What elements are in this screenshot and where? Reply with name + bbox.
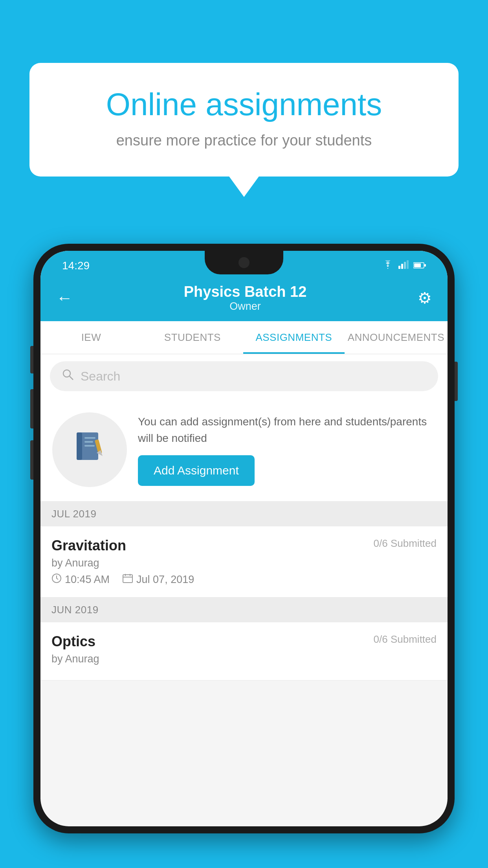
svg-rect-6 [414,263,421,267]
section-jun-2019: JUN 2019 [40,598,448,622]
search-icon [62,368,74,384]
speech-bubble: Online assignments ensure more practice … [29,63,459,177]
svg-rect-12 [84,441,93,443]
add-assignment-button[interactable]: Add Assignment [138,455,255,486]
assignment-gravitation[interactable]: Gravitation 0/6 Submitted by Anurag [40,526,448,598]
svg-rect-0 [398,266,400,269]
svg-rect-10 [77,432,82,460]
search-container: Search [40,354,448,398]
camera-notch [238,257,250,268]
volume-mute-button [30,346,33,373]
tabs-bar: IEW STUDENTS ASSIGNMENTS ANNOUNCEMENTS [40,321,448,354]
svg-rect-11 [84,437,95,439]
tab-announcements[interactable]: ANNOUNCEMENTS [345,321,448,354]
notebook-icon [72,428,107,471]
battery-icon [413,260,426,271]
speech-bubble-container: Online assignments ensure more practice … [29,63,459,177]
empty-icon-circle [52,412,127,487]
assignment-by-optics: by Anurag [51,653,437,665]
svg-rect-13 [84,445,95,447]
assignment-by-gravitation: by Anurag [51,557,437,569]
search-placeholder-text: Search [81,369,120,384]
signal-icon [398,260,409,271]
svg-line-8 [70,376,73,380]
assignment-submitted-optics: 0/6 Submitted [374,633,437,645]
volume-up-button [30,389,33,428]
settings-icon[interactable]: ⚙ [418,289,432,307]
assignment-submitted-gravitation: 0/6 Submitted [374,537,437,550]
speech-bubble-subtitle: ensure more practice for your students [57,132,431,149]
status-time: 14:29 [62,259,90,272]
speech-bubble-title: Online assignments [57,86,431,123]
svg-point-7 [63,370,70,377]
svg-rect-1 [401,264,403,269]
assignment-title-optics: Optics [51,633,95,650]
tab-students[interactable]: STUDENTS [142,321,243,354]
phone-mockup: 14:29 [33,244,455,868]
wifi-icon [382,260,394,271]
section-jul-2019: JUL 2019 [40,502,448,526]
assignment-title-gravitation: Gravitation [51,537,126,554]
assignment-meta-gravitation: 10:45 AM Jul 07, 201 [51,573,437,586]
assignment-date-gravitation: Jul 07, 2019 [122,573,194,586]
tab-iew[interactable]: IEW [40,321,142,354]
assignment-time-gravitation: 10:45 AM [51,573,110,586]
header-title-block: Physics Batch 12 Owner [184,283,307,313]
clock-icon [51,573,62,586]
phone-notch [205,251,283,274]
power-button [455,362,458,401]
owner-subtitle: Owner [184,300,307,313]
svg-rect-5 [424,264,426,267]
empty-state-section: You can add assignment(s) from here and … [40,398,448,502]
back-button[interactable]: ← [56,289,73,307]
batch-title: Physics Batch 12 [184,283,307,300]
empty-content: You can add assignment(s) from here and … [138,414,436,486]
volume-down-button [30,440,33,480]
svg-rect-2 [404,262,406,269]
empty-description: You can add assignment(s) from here and … [138,414,436,447]
svg-rect-3 [407,260,409,269]
assignment-optics[interactable]: Optics 0/6 Submitted by Anurag [40,622,448,680]
search-input-wrap[interactable]: Search [50,361,438,391]
svg-rect-17 [123,575,132,583]
tab-assignments[interactable]: ASSIGNMENTS [243,321,345,354]
calendar-icon [122,573,133,586]
app-header: ← Physics Batch 12 Owner ⚙ [40,276,448,321]
status-icons [382,260,426,271]
phone-screen: 14:29 [40,251,448,826]
